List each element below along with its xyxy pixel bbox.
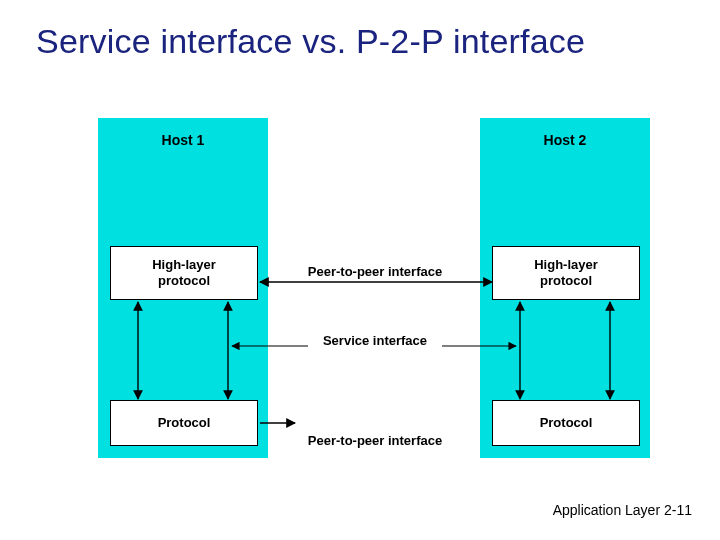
host-1-panel: Host 1 High-layer protocol Protocol bbox=[98, 118, 268, 458]
slide-title: Service interface vs. P-2-P interface bbox=[36, 22, 585, 61]
high-layer-line1: High-layer bbox=[111, 257, 257, 273]
host-2-label: Host 2 bbox=[480, 132, 650, 148]
host-2-protocol-box: Protocol bbox=[492, 400, 640, 446]
high-layer-line2: protocol bbox=[111, 273, 257, 289]
p2p-label-bottom: Peer-to-peer interface bbox=[270, 433, 480, 448]
host-1-label: Host 1 bbox=[98, 132, 268, 148]
footer-section: Application Layer bbox=[553, 502, 660, 518]
host-1-protocol-box: Protocol bbox=[110, 400, 258, 446]
protocol-label-r: Protocol bbox=[493, 415, 639, 431]
footer: Application Layer 2-11 bbox=[553, 502, 692, 518]
service-label: Service interface bbox=[300, 333, 450, 348]
p2p-label-top: Peer-to-peer interface bbox=[270, 264, 480, 279]
high-layer-line2-r: protocol bbox=[493, 273, 639, 289]
high-layer-line1-r: High-layer bbox=[493, 257, 639, 273]
host-2-high-layer-box: High-layer protocol bbox=[492, 246, 640, 300]
footer-page: 2-11 bbox=[664, 502, 692, 518]
host-2-panel: Host 2 High-layer protocol Protocol bbox=[480, 118, 650, 458]
protocol-label: Protocol bbox=[111, 415, 257, 431]
host-1-high-layer-box: High-layer protocol bbox=[110, 246, 258, 300]
